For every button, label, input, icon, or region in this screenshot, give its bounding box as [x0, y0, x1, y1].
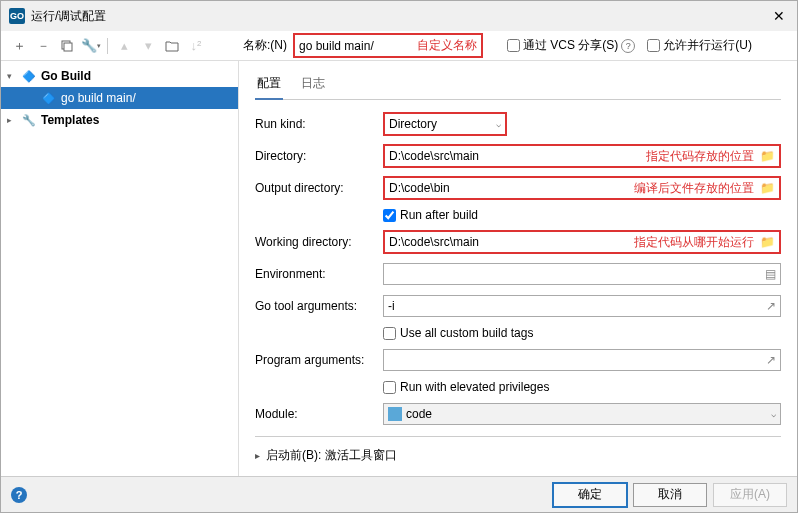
custom-tags-label: Use all custom build tags: [400, 326, 533, 340]
module-label: Module:: [255, 407, 383, 421]
module-select[interactable]: code ⌵: [383, 403, 781, 425]
window-title: 运行/调试配置: [31, 8, 769, 25]
module-icon: [388, 407, 402, 421]
before-launch[interactable]: ▸ 启动前(B): 激活工具窗口: [255, 447, 781, 464]
browse-icon[interactable]: 📁: [760, 149, 775, 163]
parallel-label: 允许并行运行(U): [663, 37, 752, 54]
directory-hint: 指定代码存放的位置: [646, 148, 754, 165]
tree-item-templates[interactable]: ▸ 🔧 Templates: [1, 109, 238, 131]
content: 配置 日志 Run kind: Directory ⌵ Directory: 指…: [239, 61, 797, 479]
program-args-input-row: ↗: [383, 349, 781, 371]
elevated-checkbox[interactable]: [383, 381, 396, 394]
tree-label: Templates: [41, 113, 99, 127]
output-input[interactable]: [389, 181, 628, 195]
vcs-share-input[interactable]: [507, 39, 520, 52]
browse-icon[interactable]: 📁: [760, 181, 775, 195]
working-dir-input[interactable]: [389, 235, 628, 249]
output-hint: 编译后文件存放的位置: [634, 180, 754, 197]
run-kind-label: Run kind:: [255, 117, 383, 131]
vcs-share-label: 通过 VCS 分享(S): [523, 37, 618, 54]
sidebar: ▾ 🔷 Go Build 🔷 go build main/ ▸ 🔧 Templa…: [1, 61, 239, 479]
directory-input-row: 指定代码存放的位置 📁: [385, 146, 779, 166]
working-dir-input-row: 指定代码从哪开始运行 📁: [385, 232, 779, 252]
sort-button[interactable]: ↓²: [186, 36, 206, 56]
apply-button[interactable]: 应用(A): [713, 483, 787, 507]
run-after-build-checkbox[interactable]: [383, 209, 396, 222]
row-module: Module: code ⌵: [255, 402, 781, 426]
elevated-label: Run with elevated privileges: [400, 380, 549, 394]
expand-icon[interactable]: ↗: [766, 353, 776, 367]
name-hint: 自定义名称: [417, 37, 477, 54]
separator: [107, 38, 108, 54]
close-button[interactable]: ✕: [769, 8, 789, 24]
help-button[interactable]: ?: [11, 487, 27, 503]
ok-button[interactable]: 确定: [553, 483, 627, 507]
run-after-build-label: Run after build: [400, 208, 478, 222]
run-kind-select[interactable]: Directory ⌵: [385, 114, 505, 134]
tabs: 配置 日志: [255, 71, 781, 100]
go-tool-args-label: Go tool arguments:: [255, 299, 383, 313]
app-icon: GO: [9, 8, 25, 24]
copy-button[interactable]: [57, 36, 77, 56]
go-icon: 🔷: [21, 68, 37, 84]
custom-tags-checkbox[interactable]: [383, 327, 396, 340]
row-elevated: Run with elevated privileges: [383, 380, 781, 394]
row-working-dir: Working directory: 指定代码从哪开始运行 📁: [255, 230, 781, 254]
row-output: Output directory: 编译后文件存放的位置 📁: [255, 176, 781, 200]
run-kind-value: Directory: [389, 117, 437, 131]
parallel-input[interactable]: [647, 39, 660, 52]
list-icon[interactable]: ▤: [765, 267, 776, 281]
remove-button[interactable]: －: [33, 36, 53, 56]
name-input[interactable]: [299, 39, 409, 53]
output-highlight: 编译后文件存放的位置 📁: [383, 176, 781, 200]
settings-button[interactable]: 🔧▾: [81, 36, 101, 56]
name-row: 名称:(N) 自定义名称 通过 VCS 分享(S) ? 允许并行运行(U): [243, 33, 789, 58]
module-value: code: [406, 407, 432, 421]
divider: [255, 436, 781, 437]
move-down-button[interactable]: ▾: [138, 36, 158, 56]
tree-label: go build main/: [61, 91, 136, 105]
directory-input[interactable]: [389, 149, 640, 163]
go-tool-args-input-row: ↗: [383, 295, 781, 317]
working-dir-hint: 指定代码从哪开始运行: [634, 234, 754, 251]
toolbar-left: ＋ － 🔧▾ ▴ ▾ ↓²: [9, 36, 239, 56]
expand-icon[interactable]: ↗: [766, 299, 776, 313]
titlebar: GO 运行/调试配置 ✕: [1, 1, 797, 31]
working-dir-label: Working directory:: [255, 235, 383, 249]
wrench-icon: 🔧: [21, 112, 37, 128]
help-icon[interactable]: ?: [621, 39, 635, 53]
before-launch-label: 启动前(B): 激活工具窗口: [266, 447, 397, 464]
output-input-row: 编译后文件存放的位置 📁: [385, 178, 779, 198]
expand-icon: ▸: [255, 450, 260, 461]
row-directory: Directory: 指定代码存放的位置 📁: [255, 144, 781, 168]
cancel-button[interactable]: 取消: [633, 483, 707, 507]
program-args-input[interactable]: [388, 353, 760, 367]
tree-item-go-build[interactable]: ▾ 🔷 Go Build: [1, 65, 238, 87]
tab-config[interactable]: 配置: [255, 71, 283, 100]
move-up-button[interactable]: ▴: [114, 36, 134, 56]
environment-input[interactable]: [388, 267, 759, 281]
footer: ? 确定 取消 应用(A): [1, 476, 797, 512]
row-run-after-build: Run after build: [383, 208, 781, 222]
run-kind-highlight: Directory ⌵: [383, 112, 507, 136]
row-custom-tags: Use all custom build tags: [383, 326, 781, 340]
parallel-checkbox[interactable]: 允许并行运行(U): [647, 37, 752, 54]
row-environment: Environment: ▤: [255, 262, 781, 286]
tab-logs[interactable]: 日志: [299, 71, 327, 99]
output-label: Output directory:: [255, 181, 383, 195]
environment-label: Environment:: [255, 267, 383, 281]
directory-label: Directory:: [255, 149, 383, 163]
svg-rect-1: [64, 43, 72, 51]
go-tool-args-input[interactable]: [388, 299, 760, 313]
add-button[interactable]: ＋: [9, 36, 29, 56]
tree-item-go-build-main[interactable]: 🔷 go build main/: [1, 87, 238, 109]
program-args-label: Program arguments:: [255, 353, 383, 367]
folder-button[interactable]: [162, 36, 182, 56]
main: ▾ 🔷 Go Build 🔷 go build main/ ▸ 🔧 Templa…: [1, 61, 797, 479]
chevron-down-icon: ⌵: [496, 119, 501, 129]
environment-input-row: ▤: [383, 263, 781, 285]
directory-highlight: 指定代码存放的位置 📁: [383, 144, 781, 168]
vcs-share-checkbox[interactable]: 通过 VCS 分享(S) ?: [507, 37, 635, 54]
row-run-kind: Run kind: Directory ⌵: [255, 112, 781, 136]
browse-icon[interactable]: 📁: [760, 235, 775, 249]
